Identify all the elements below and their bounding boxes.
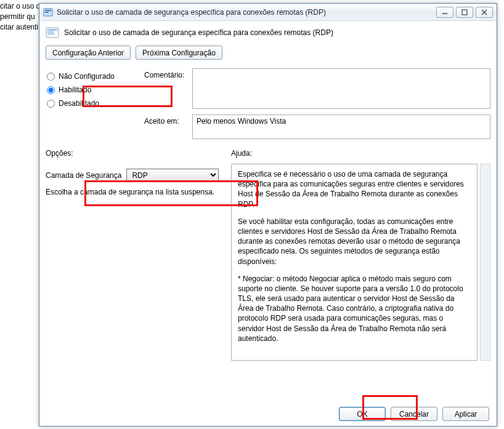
policy-icon bbox=[43, 7, 53, 17]
dialog-footer: OK Cancelar Aplicar bbox=[339, 407, 489, 421]
radio-not-configured-input[interactable] bbox=[47, 73, 55, 81]
svg-rect-1 bbox=[45, 10, 51, 11]
bg-line: citar o uso d bbox=[0, 1, 40, 12]
help-scrollbar[interactable] bbox=[480, 164, 490, 361]
options-label: Opções: bbox=[46, 149, 222, 158]
supported-row: Aceito em: Pelo menos Windows Vista bbox=[144, 114, 490, 139]
options-section: Opções: Camada de Segurança RDP Escolha … bbox=[46, 149, 227, 361]
help-paragraph: Especifica se é necessário o uso de uma … bbox=[238, 169, 471, 209]
options-description: Escolha a camada de segurança na lista s… bbox=[46, 188, 222, 196]
window-controls bbox=[436, 7, 493, 18]
svg-rect-10 bbox=[47, 33, 55, 34]
client-area: Solicitar o uso de camada de segurança e… bbox=[39, 21, 497, 426]
security-layer-label: Camada de Segurança bbox=[46, 171, 121, 180]
close-button[interactable] bbox=[476, 7, 493, 18]
prev-setting-button[interactable]: Configuração Anterior bbox=[46, 46, 131, 60]
titlebar: Solicitar o uso de camada de segurança e… bbox=[39, 4, 497, 21]
svg-rect-2 bbox=[45, 12, 49, 13]
policy-header-icon bbox=[46, 26, 59, 39]
comment-textarea[interactable] bbox=[192, 68, 490, 109]
svg-rect-8 bbox=[47, 29, 57, 31]
state-radios: Não Configurado Habilitado Desabilitado bbox=[46, 68, 144, 143]
supported-label: Aceito em: bbox=[144, 114, 192, 139]
security-layer-combo[interactable]: RDP bbox=[126, 169, 219, 182]
apply-button[interactable]: Aplicar bbox=[442, 407, 489, 421]
comment-row: Comentário: bbox=[144, 68, 490, 111]
help-text-box[interactable]: Especifica se é necessário o uso de uma … bbox=[231, 164, 478, 361]
svg-rect-4 bbox=[462, 10, 467, 15]
radio-label: Não Configurado bbox=[59, 72, 115, 81]
supported-text: Pelo menos Windows Vista bbox=[197, 117, 286, 126]
policy-header-text: Solicitar o uso de camada de segurança e… bbox=[64, 28, 333, 37]
bg-line: permitir qu bbox=[0, 12, 40, 22]
background-text: citar o uso d permitir qu citar autenti bbox=[0, 0, 40, 32]
sections: Opções: Camada de Segurança RDP Escolha … bbox=[46, 149, 490, 361]
maximize-button[interactable] bbox=[456, 7, 473, 18]
svg-rect-9 bbox=[47, 31, 54, 33]
radio-label: Desabilitado bbox=[59, 99, 99, 108]
help-section-wrap: Ajuda: Especifica se é necessário o uso … bbox=[227, 149, 490, 361]
right-fields: Comentário: Aceito em: Pelo menos Window… bbox=[144, 68, 490, 143]
radio-label: Habilitado bbox=[59, 86, 91, 94]
help-paragraph: Se você habilitar esta configuração, tod… bbox=[238, 217, 471, 267]
radio-enabled[interactable]: Habilitado bbox=[46, 83, 144, 97]
dialog-window: Solicitar o uso de camada de segurança e… bbox=[39, 3, 497, 427]
security-layer-row: Camada de Segurança RDP bbox=[46, 169, 222, 182]
radio-enabled-input[interactable] bbox=[47, 86, 55, 94]
nav-row: Configuração Anterior Próxima Configuraç… bbox=[46, 46, 490, 60]
radio-disabled-input[interactable] bbox=[47, 100, 55, 108]
help-paragraph: * Negociar: o método Negociar aplica o m… bbox=[238, 274, 471, 343]
radio-disabled[interactable]: Desabilitado bbox=[46, 97, 144, 110]
comment-label: Comentário: bbox=[144, 68, 192, 111]
cancel-button[interactable]: Cancelar bbox=[391, 407, 437, 421]
state-area: Não Configurado Habilitado Desabilitado … bbox=[46, 68, 490, 143]
bg-line: citar autenti bbox=[0, 22, 40, 33]
minimize-button[interactable] bbox=[436, 7, 453, 18]
radio-not-configured[interactable]: Não Configurado bbox=[46, 70, 144, 83]
next-setting-button[interactable]: Próxima Configuração bbox=[136, 46, 222, 60]
policy-header: Solicitar o uso de camada de segurança e… bbox=[46, 26, 490, 39]
supported-box: Pelo menos Windows Vista bbox=[192, 114, 490, 139]
ok-button[interactable]: OK bbox=[339, 407, 386, 421]
window-title: Solicitar o uso de camada de segurança e… bbox=[57, 8, 436, 17]
help-label: Ajuda: bbox=[231, 149, 490, 158]
